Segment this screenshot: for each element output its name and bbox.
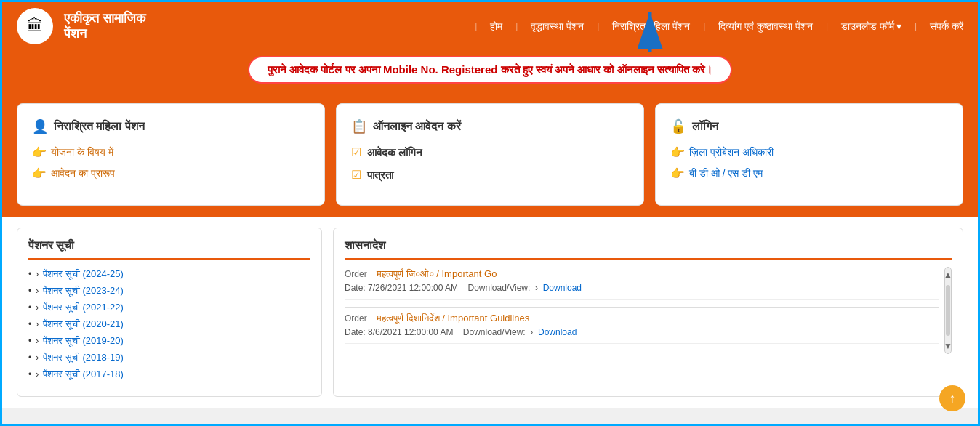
checkbox-icon-2: ☑ — [351, 168, 361, 182]
pensioner-link-2020[interactable]: पेंशनर सूची (2020-21) — [43, 318, 124, 330]
order-item-1: Order महत्वपूर्ण जि०ओ० / Important Go Da… — [345, 267, 939, 300]
pensioner-list: • › पेंशनर सूची (2024-25) • › पेंशनर सूच… — [28, 268, 310, 380]
order-meta-2: Date: 8/6/2021 12:00:00 AM Download/View… — [345, 327, 939, 337]
applicant-login-item: ☑ आवेदक लॉगिन — [351, 145, 629, 159]
application-format-link[interactable]: 👉 आवेदन का प्रारूप — [32, 166, 310, 180]
lock-icon: 🔓 — [670, 118, 686, 134]
list-item: • › पेंशनर सूची (2018-19) — [28, 352, 310, 363]
order-title-1[interactable]: महत्वपूर्ण जि०ओ० / Important Go — [377, 268, 497, 279]
shasanadesh-inner: Order महत्वपूर्ण जि०ओ० / Important Go Da… — [345, 267, 952, 354]
card2-title: 📋 ऑनलाइन आवेदन करें — [351, 118, 629, 134]
eligibility-item: ☑ पात्रता — [351, 168, 629, 182]
cards-row: 👤 निराश्रित महिला पेंशन 👉 योजना के विषय … — [17, 92, 963, 206]
pensioner-link-2024[interactable]: पेंशनर सूची (2024-25) — [43, 268, 124, 280]
order-meta-1: Date: 7/26/2021 12:00:00 AM Download/Vie… — [345, 283, 939, 293]
nav-destitute-women-pension[interactable]: निराश्रित महिला पेंशन — [612, 20, 690, 33]
scroll-down-arrow[interactable]: ▼ — [944, 341, 952, 351]
woman-icon: 👤 — [32, 118, 48, 134]
arrow-icon-4: › — [36, 319, 39, 329]
hand-icon-2: 👉 — [32, 166, 47, 180]
nav-download-form[interactable]: डाउनलोड फॉर्म ▾ — [841, 20, 901, 33]
nav-home[interactable]: होम — [490, 20, 502, 33]
order-item-2: Order महत्वपूर्ण दिशानिर्देश / Important… — [345, 311, 939, 344]
scroll-up-button[interactable]: ↑ — [939, 385, 965, 411]
order-label-2: Order — [345, 313, 367, 323]
shasanadesh-content: Order महत्वपूर्ण जि०ओ० / Important Go Da… — [345, 267, 939, 354]
eligibility-label[interactable]: पात्रता — [367, 169, 393, 182]
applicant-login-label[interactable]: आवेदक लॉगिन — [367, 146, 422, 159]
pensioner-link-2019[interactable]: पेंशनर सूची (2019-20) — [43, 335, 124, 347]
bullet-3: • — [28, 302, 31, 313]
bullet-4: • — [28, 319, 31, 329]
scroll-up-arrow[interactable]: ▲ — [944, 270, 952, 280]
checkbox-icon-1: ☑ — [351, 145, 361, 159]
chevron-down-icon: ▾ — [896, 20, 901, 32]
bottom-section: पेंशनर सूची • › पेंशनर सूची (2024-25) • … — [2, 217, 978, 408]
shasanadesh-title: शासनादेश — [345, 239, 952, 260]
nav-contact[interactable]: संपर्क करें — [930, 20, 963, 33]
card-destitute-women: 👤 निराश्रित महिला पेंशन 👉 योजना के विषय … — [17, 103, 325, 206]
arrow-icon-6: › — [36, 353, 39, 363]
order-label-1: Order — [345, 269, 367, 279]
hand-icon-4: 👉 — [670, 166, 685, 180]
clipboard-icon: 📋 — [351, 118, 367, 134]
hand-icon-1: 👉 — [32, 145, 47, 159]
main-nav: | होम | वृद्धावस्था पेंशन | निराश्रित मह… — [475, 20, 963, 33]
card-online-application: 📋 ऑनलाइन आवेदन करें ☑ आवेदक लॉगिन ☑ पात्… — [336, 103, 644, 206]
list-item: • › पेंशनर सूची (2017-18) — [28, 369, 310, 380]
shasanadesh-box: शासनादेश Order महत्वपूर्ण जि०ओ० / Import… — [333, 228, 963, 397]
main-section: 👤 निराश्रित महिला पेंशन 👉 योजना के विषय … — [2, 92, 978, 217]
pensioner-list-box: पेंशनर सूची • › पेंशनर सूची (2024-25) • … — [17, 228, 322, 397]
arrow-icon-3: › — [36, 302, 39, 313]
site-logo: 🏛 — [17, 8, 53, 44]
card-login: 🔓 लॉगिन 👉 ज़िला प्रोबेशन अधिकारी 👉 बी डी… — [655, 103, 963, 206]
pensioner-link-2021[interactable]: पेंशनर सूची (2021-22) — [43, 302, 124, 313]
hand-icon-3: 👉 — [670, 145, 685, 159]
list-item: • › पेंशनर सूची (2023-24) — [28, 285, 310, 297]
nav-disabled-pension[interactable]: दिव्यांग एवं कुष्ठावस्था पेंशन — [718, 20, 813, 33]
arrow-icon-7: › — [36, 369, 39, 379]
bullet-1: • — [28, 269, 31, 279]
download-link-2[interactable]: Download — [538, 327, 577, 337]
bullet-7: • — [28, 369, 31, 379]
list-item: • › पेंशनर सूची (2021-22) — [28, 302, 310, 313]
bullet-2: • — [28, 286, 31, 296]
pensioner-link-2023[interactable]: पेंशनर सूची (2023-24) — [43, 285, 124, 297]
arrow-icon-5: › — [36, 336, 39, 346]
list-item: • › पेंशनर सूची (2020-21) — [28, 318, 310, 330]
order-header-1: Order महत्वपूर्ण जि०ओ० / Important Go — [345, 267, 939, 280]
bullet-6: • — [28, 353, 31, 363]
download-link-1[interactable]: Download — [543, 283, 582, 293]
pensioner-list-title: पेंशनर सूची — [28, 239, 310, 260]
arrow-icon-2: › — [36, 286, 39, 296]
banner-section: पुराने आवेदक पोर्टल पर अपना Mobile No. R… — [2, 50, 978, 92]
scrollbar[interactable]: ▲ ▼ — [944, 267, 952, 354]
header: 🏛 एकीकृत सामाजिक पेंशन | होम | वृद्धावस्… — [2, 2, 978, 50]
order-header-2: Order महत्वपूर्ण दिशानिर्देश / Important… — [345, 311, 939, 324]
banner-text: पुराने आवेदक पोर्टल पर अपना Mobile No. R… — [248, 56, 732, 84]
list-item: • › पेंशनर सूची (2019-20) — [28, 335, 310, 347]
order-title-2[interactable]: महत्वपूर्ण दिशानिर्देश / Important Guidl… — [377, 313, 529, 323]
arrow-icon-1: › — [36, 269, 39, 279]
pensioner-link-2017[interactable]: पेंशनर सूची (2017-18) — [43, 369, 124, 380]
bdo-sdm-link[interactable]: 👉 बी डी ओ / एस डी एम — [670, 166, 948, 180]
site-title: एकीकृत सामाजिक पेंशन — [64, 11, 145, 41]
card3-title: 🔓 लॉगिन — [670, 118, 948, 134]
card1-title: 👤 निराश्रित महिला पेंशन — [32, 118, 310, 134]
divider-1 — [345, 307, 939, 308]
list-item: • › पेंशनर सूची (2024-25) — [28, 268, 310, 280]
nav-old-age-pension[interactable]: वृद्धावस्था पेंशन — [531, 20, 584, 33]
scheme-info-link[interactable]: 👉 योजना के विषय में — [32, 145, 310, 159]
bullet-5: • — [28, 336, 31, 346]
pensioner-link-2018[interactable]: पेंशनर सूची (2018-19) — [43, 352, 124, 363]
district-probation-link[interactable]: 👉 ज़िला प्रोबेशन अधिकारी — [670, 145, 948, 159]
